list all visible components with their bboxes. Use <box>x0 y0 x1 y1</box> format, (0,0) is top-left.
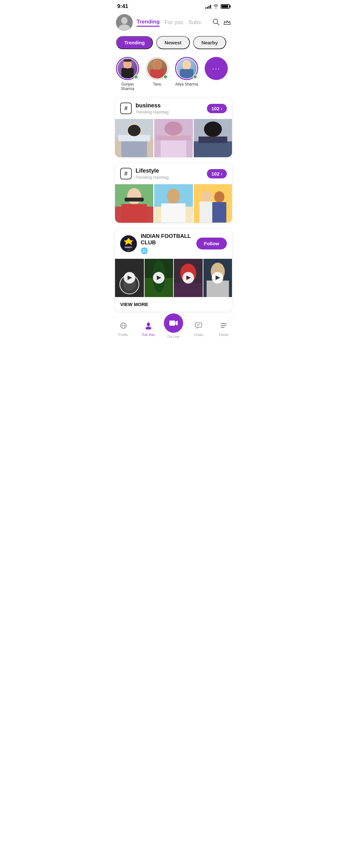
lifestyle-tag-title: Lifestyle <box>135 167 203 174</box>
story-name-3: Aliya Sharma <box>175 82 198 87</box>
filter-newest[interactable]: Newest <box>156 36 190 49</box>
video-thumb-2[interactable] <box>145 259 174 297</box>
go-live-label: Go Live <box>167 335 180 339</box>
search-icon[interactable] <box>212 18 219 27</box>
play-button-3[interactable] <box>183 272 194 283</box>
club-globe-icon: 🌐 <box>141 247 192 254</box>
play-button-4[interactable] <box>212 272 223 283</box>
svg-rect-6 <box>121 68 134 79</box>
lifestyle-images-grid <box>115 184 232 222</box>
business-card-header: # business Trending Hashtag 102 › <box>115 98 232 119</box>
story-item-1[interactable]: Gunjan Sharma <box>116 57 139 91</box>
user-avatar[interactable] <box>116 14 133 31</box>
nav-public-label: Public <box>119 333 128 337</box>
status-icons <box>205 4 230 9</box>
story-item-3[interactable]: Aliya Sharma <box>175 57 198 87</box>
svg-point-1 <box>121 17 128 24</box>
status-bar: 9:41 <box>111 0 236 11</box>
crown-icon[interactable] <box>223 19 231 27</box>
svg-rect-39 <box>161 204 186 223</box>
video-thumb-1[interactable] <box>115 259 144 297</box>
svg-rect-44 <box>212 202 226 223</box>
svg-rect-68 <box>195 323 202 327</box>
business-tag-title: business <box>135 102 203 109</box>
online-dot-1 <box>134 74 138 79</box>
svg-point-65 <box>146 327 151 330</box>
svg-rect-13 <box>180 69 193 79</box>
status-time: 9:41 <box>117 3 128 10</box>
club-name: INDIAN FOOTBALL CLUB <box>141 233 192 246</box>
svg-rect-8 <box>124 59 131 62</box>
nav-for-you-label: For You <box>142 333 155 337</box>
svg-rect-35 <box>125 198 144 202</box>
public-icon <box>120 322 127 332</box>
club-logo: WINDY city <box>120 235 137 252</box>
svg-rect-72 <box>221 325 226 326</box>
nav-for-you[interactable]: For You <box>136 322 161 337</box>
business-grid-image-2[interactable] <box>154 119 192 157</box>
play-button-1[interactable] <box>124 272 135 283</box>
nav-public[interactable]: Public <box>111 322 136 337</box>
lifestyle-grid-image-3[interactable] <box>194 184 232 222</box>
signal-icon <box>205 4 211 9</box>
view-more-button[interactable]: VIEW MORE <box>115 297 232 311</box>
nav-go-live[interactable]: Go Live <box>161 320 186 339</box>
video-thumb-3[interactable] <box>174 259 203 297</box>
svg-text:WINDY: WINDY <box>125 246 132 248</box>
story-item-2[interactable]: Tanu <box>146 57 169 87</box>
svg-point-24 <box>164 122 183 136</box>
online-dot-2 <box>163 74 168 79</box>
lifestyle-grid-image-2[interactable] <box>154 184 192 222</box>
nav-subs[interactable]: Subs <box>188 19 201 26</box>
svg-rect-30 <box>198 136 227 143</box>
business-images-grid <box>115 119 232 157</box>
svg-rect-71 <box>221 323 226 324</box>
battery-icon <box>221 4 230 9</box>
nav-for-you[interactable]: For you <box>165 19 184 26</box>
video-thumb-4[interactable] <box>203 259 232 297</box>
lifestyle-hashtag-card: # Lifestyle Trending Hashtag 102 › <box>115 163 232 223</box>
svg-point-41 <box>201 191 212 202</box>
follow-button[interactable]: Follow <box>196 238 227 249</box>
svg-line-4 <box>217 23 219 25</box>
business-tag-subtitle: Trending Hashtag <box>135 110 203 115</box>
football-club-card: WINDY city INDIAN FOOTBALL CLUB 🌐 Follow <box>115 228 232 312</box>
online-dot-3 <box>193 74 197 79</box>
nav-chats-label: Chats <box>194 333 203 337</box>
nav-feeds-label: Feeds <box>219 333 229 337</box>
svg-point-14 <box>183 61 190 69</box>
club-info: INDIAN FOOTBALL CLUB 🌐 <box>141 233 192 254</box>
svg-point-38 <box>167 189 180 204</box>
lifestyle-tag-subtitle: Trending Hashtag <box>135 175 203 180</box>
svg-point-43 <box>214 191 224 203</box>
filter-tabs: Trending Newest Nearby <box>111 35 236 54</box>
svg-rect-34 <box>121 204 147 223</box>
svg-rect-10 <box>150 69 164 79</box>
svg-rect-23 <box>161 138 186 157</box>
club-header: WINDY city INDIAN FOOTBALL CLUB 🌐 Follow <box>115 228 232 259</box>
lifestyle-card-header: # Lifestyle Trending Hashtag 102 › <box>115 163 232 184</box>
svg-rect-18 <box>121 140 147 157</box>
nav-trending[interactable]: Trending <box>136 19 160 27</box>
business-grid-image-3[interactable] <box>194 119 232 157</box>
lifestyle-grid-image-1[interactable] <box>115 184 153 222</box>
story-more[interactable]: ··· more <box>205 57 228 87</box>
svg-rect-27 <box>194 142 232 157</box>
go-live-button[interactable] <box>164 313 183 333</box>
svg-text:city: city <box>127 249 130 251</box>
story-name-1: Gunjan Sharma <box>116 82 139 91</box>
svg-rect-73 <box>221 327 225 328</box>
nav-feeds[interactable]: Feeds <box>211 322 236 337</box>
for-you-icon <box>145 322 152 332</box>
lifestyle-count-badge[interactable]: 102 › <box>207 169 227 179</box>
play-button-2[interactable] <box>153 272 164 283</box>
nav-chats[interactable]: Chats <box>186 322 211 337</box>
svg-point-64 <box>147 322 150 326</box>
svg-marker-67 <box>176 320 178 326</box>
filter-trending[interactable]: Trending <box>116 36 153 49</box>
business-grid-image-1[interactable] <box>115 119 153 157</box>
business-count-badge[interactable]: 102 › <box>207 104 227 113</box>
filter-nearby[interactable]: Nearby <box>193 36 226 49</box>
svg-rect-42 <box>199 202 214 223</box>
header-nav: Trending For you Subs <box>136 19 209 27</box>
